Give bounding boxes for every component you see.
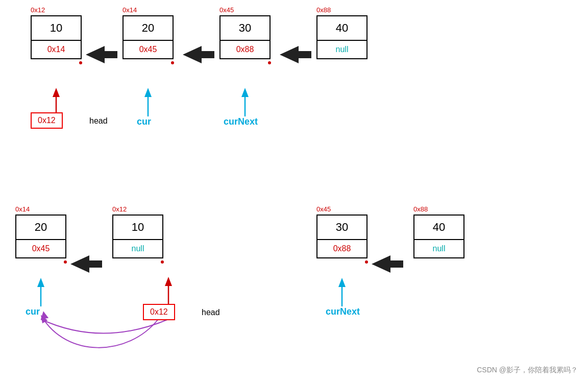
addr-n1: 0x12 — [31, 6, 45, 14]
head-red-arrowhead — [53, 88, 60, 97]
node-3: 30 0x88 — [219, 15, 271, 59]
node-1-ptr: 0x14 — [32, 41, 81, 58]
node-b1-val: 20 — [16, 216, 65, 240]
head-box-top: 0x12 — [31, 112, 63, 129]
purple-curve — [42, 317, 158, 348]
node-b4: 40 null — [413, 215, 464, 258]
addr-b2: 0x12 — [112, 205, 127, 213]
addr-n4: 0x88 — [316, 6, 331, 14]
node-3-ptr: 0x88 — [220, 41, 270, 58]
node-1-dot — [79, 61, 82, 64]
node-2: 20 0x45 — [122, 15, 174, 59]
node-3-dot — [268, 61, 271, 64]
head-bottom-arrowhead — [165, 277, 172, 286]
curnext-label-bottom: curNext — [326, 306, 360, 317]
head-box-bottom: 0x12 — [143, 304, 175, 320]
head-label-top: head — [89, 116, 108, 126]
node-1: 10 0x14 — [31, 15, 82, 59]
node-b4-ptr: null — [414, 240, 463, 257]
node-b4-val: 40 — [414, 216, 463, 240]
cur-arrowhead — [144, 88, 152, 97]
diagram-area: 0x12 10 0x14 0x14 20 0x45 0x45 30 0x88 0… — [0, 0, 588, 381]
curnext-arrowhead — [241, 88, 249, 97]
node-b3: 30 0x88 — [316, 215, 368, 258]
addr-b1: 0x14 — [15, 205, 30, 213]
watermark: CSDN @影子，你陪着我累吗？ — [477, 366, 578, 375]
node-b1-ptr: 0x45 — [16, 240, 65, 257]
node-b2-ptr: null — [113, 240, 162, 257]
node-b3-dot — [365, 260, 368, 264]
purple-arrow-path — [41, 319, 168, 334]
addr-n3: 0x45 — [219, 6, 234, 14]
arrows-svg — [0, 0, 588, 381]
node-3-val: 30 — [220, 16, 270, 41]
bottom-arrow-1 — [70, 255, 102, 273]
cur-label-top: cur — [137, 116, 151, 127]
node-b3-val: 30 — [317, 216, 366, 240]
node-2-val: 20 — [124, 16, 173, 41]
node-4: 40 null — [316, 15, 368, 59]
node-b1: 20 0x45 — [15, 215, 66, 258]
addr-b4: 0x88 — [413, 205, 428, 213]
addr-n2: 0x14 — [122, 6, 137, 14]
cur-bottom-arrowhead — [37, 278, 44, 287]
node-4-ptr: null — [317, 41, 366, 58]
head-label-bottom: head — [202, 308, 220, 317]
node-b3-ptr: 0x88 — [317, 240, 366, 257]
arrow-3 — [280, 46, 311, 63]
node-4-val: 40 — [317, 16, 366, 41]
addr-b3: 0x45 — [316, 205, 331, 213]
curnext-label-top: curNext — [224, 116, 258, 127]
node-b2: 10 null — [112, 215, 163, 258]
bottom-arrow-2 — [372, 255, 403, 273]
arrow-1 — [86, 46, 117, 63]
cur-label-bottom: cur — [26, 306, 40, 317]
node-1-val: 10 — [32, 16, 81, 41]
node-2-dot — [171, 61, 174, 64]
arrow-2 — [183, 46, 214, 63]
node-b2-val: 10 — [113, 216, 162, 240]
node-b1-dot — [64, 260, 67, 264]
node-b2-dot — [161, 260, 164, 264]
node-2-ptr: 0x45 — [124, 41, 173, 58]
curnext-bottom-arrowhead — [338, 278, 346, 287]
